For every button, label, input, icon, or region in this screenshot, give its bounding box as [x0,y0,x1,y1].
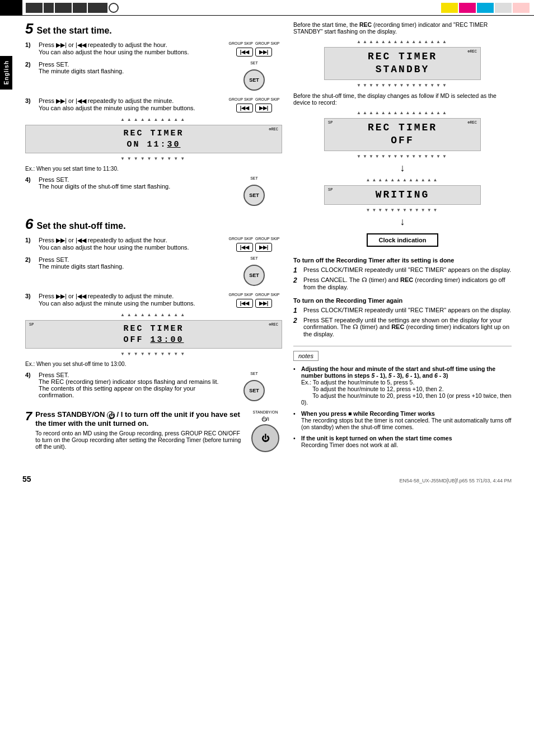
standby-label-top: STANDBY/ON [253,410,278,414]
skip-back-btn-1[interactable]: |◀◀ [236,48,253,57]
note1-content: Adjusting the hour and minute of the sta… [301,365,512,406]
sidebar-language-label: English [0,56,12,90]
turn-on-step1: 1 Press CLOCK/TIMER repeatedly until "RE… [293,307,512,314]
stripe3 [55,3,72,13]
s6-step1-image: GROUP SKIP GROUP SKIP |◀◀ ▶▶| [226,237,282,252]
header-bar [0,0,534,16]
turn-off-step1-text: Press CLOCK/TIMER repeatedly until "REC … [303,266,511,274]
turn-on-step1-text: Press CLOCK/TIMER repeatedly until "REC … [303,307,511,314]
s5-step3-image: GROUP SKIP GROUP SKIP |◀◀ ▶▶| [226,97,282,112]
group-skip-label-6: GROUP SKIP [255,237,279,241]
lcd1-line2: ON 11:30 [30,139,277,151]
lcd1-line1: REC TIMER [30,128,277,139]
rec-indicator-1: ⊕REC [269,127,278,132]
right-intro-text2: Before the shut-off time, the display ch… [293,92,512,106]
arrow-down-2: ↓ [293,216,512,228]
note2-text: The recording stops but the timer is not… [301,417,511,430]
stripe1 [26,3,43,13]
s5-step3-desc: You can also adjust the minute using the… [39,105,195,111]
skip-fwd-btn-3[interactable]: ▶▶| [255,243,272,252]
main-content: 5 Set the start time. 1) Press ▶▶| or |◀… [0,16,534,463]
s5-step1-title: Press ▶▶| or |◀◀ repeatedly to adjust th… [39,41,189,49]
sp-indicator: SP [29,322,34,327]
lcd2-display: ⊕REC SP REC TIMER OFF 13:00 [25,320,282,349]
group-skip-label-8: GROUP SKIP [255,293,279,297]
set-button-4[interactable]: SET [243,380,265,401]
display-standby-line2: STANDBY [329,63,476,76]
power-slash: I [121,410,123,419]
note1-text: Ex.: To adjust the hour/minute to 5, pre… [301,379,512,406]
section7-image: STANDBY/ON ⏻/I ⏻ [249,410,282,452]
standby-power-symbol: ⏻/I [261,416,269,422]
section6-step1-row: 1) Press ▶▶| or |◀◀ repeatedly to adjust… [25,237,282,252]
s5-step1-content: Press ▶▶| or |◀◀ repeatedly to adjust th… [39,41,189,55]
section5-step2-row: 2) Press SET. The minute digits start fl… [25,61,282,93]
section5-ex-text: Ex.: When you set start time to 11:30. [25,166,282,172]
turn-on-step2: 2 Press SET repeatedly until the setting… [293,317,512,337]
s5-step3-content: Press ▶▶| or |◀◀ repeatedly to adjust th… [39,97,195,111]
skip-back-btn-4[interactable]: |◀◀ [236,299,253,308]
section7-desc: To record onto an MD using the Group rec… [35,430,243,450]
section7: 7 Press STANDBY/ON ⏻ / I to turn off the… [25,410,282,452]
skip-fwd-btn-1[interactable]: ▶▶| [255,48,272,57]
display-off: ⊕REC SP REC TIMER OFF [324,118,481,151]
display-standby-section: ▲▲▲▲▲▲▲▲▲▲▲▲▲▲▲ ⊕REC REC TIMER STANDBY ▼… [324,39,481,88]
section5-step1-text: 1) Press ▶▶| or |◀◀ repeatedly to adjust… [25,41,221,57]
display-writing: SP WRITING [324,185,481,205]
stripe2 [44,3,54,13]
s5-step2-desc: The minute digits start flashing. [39,68,124,74]
lcd2-arrows-bottom: ▼▼▼▼▼▼▼▼▼▼ [25,351,282,356]
section5-number: 5 [25,21,33,36]
skip-fwd-btn-2[interactable]: ▶▶| [255,104,272,112]
display-off-bottom-arrows: ▼▼▼▼▼▼▼▼▼▼▼▼▼▼▼ [324,154,481,159]
group-skip-label-1: GROUP SKIP [229,41,253,45]
s5-step2-image: SET SET [226,61,282,93]
section6-step4-row: 4) Press SET. The REC (recording timer) … [25,372,282,403]
s6-step1-buttons: |◀◀ ▶▶| [226,243,282,252]
display-writing-bottom-arrows: ▼▼▼▼▼▼▼▼▼▼▼▼ [324,208,481,213]
turn-off-step2-num: 2 [293,276,301,290]
turn-on-step2-num: 2 [293,317,301,337]
section5-title: Set the start time. [36,26,111,36]
stripe5 [88,3,107,13]
note-item-3: • If the unit is kept turned on when the… [293,435,512,448]
section7-row: 7 Press STANDBY/ON ⏻ / I to turn off the… [25,410,282,452]
power-icon: ⏻ [107,411,115,419]
s5-step2-content: Press SET. The minute digits start flash… [39,61,124,74]
s6-step4-image: SET SET [226,372,282,403]
set-button-2[interactable]: SET [243,185,265,206]
lcd1-arrows-top: ▲▲▲▲▲▲▲▲▲▲ [25,117,282,122]
turn-on-title: To turn on the Recording Timer again [293,297,512,304]
turn-on-step2-text: Press SET repeatedly until the settings … [303,317,512,337]
s6-step4-content: Press SET. The REC (recording timer) ind… [39,372,221,398]
s6-step3-desc: You can also adjust the minute using the… [39,300,195,307]
turn-off-step1: 1 Press CLOCK/TIMER repeatedly until "RE… [293,266,512,274]
s5-step4-num: 4) [25,176,35,190]
rec-indicator-2: ⊕REC [269,322,278,327]
skip-back-btn-3[interactable]: |◀◀ [236,243,253,252]
set-button-1[interactable]: SET [243,69,265,91]
turn-off-title: To turn off the Recording Timer after it… [293,257,512,264]
section5-step4-text: 4) Press SET. The hour digits of the shu… [25,176,221,208]
s6-step3-title: Press ▶▶| or |◀◀ repeatedly to adjust th… [39,293,195,300]
standby-on-button[interactable]: ⏻ [251,424,279,452]
s6-step2-title: Press SET. [39,256,124,263]
header-color-blocks [437,0,534,15]
skip-fwd-btn-4[interactable]: ▶▶| [255,299,272,308]
section6-ex-text: Ex.: When you set shut-off time to 13:00… [25,361,282,367]
section7-content: Press STANDBY/ON ⏻ / I to turn off the u… [35,410,243,450]
footer: 55 EN54-58_UX-J55MD[UB]f.p65 55 7/1/03, … [0,469,534,489]
note2-content: When you press ■ while Recording Timer w… [301,410,512,430]
skip-back-btn-2[interactable]: |◀◀ [236,104,253,112]
display-writing-line1: WRITING [329,189,476,201]
s5-step4-desc: The hour digits of the shut-off time sta… [39,183,170,190]
set-button-3[interactable]: SET [243,265,265,286]
s6-step1-title: Press ▶▶| or |◀◀ repeatedly to adjust th… [39,237,189,244]
display-standby-line1: REC TIMER [329,50,476,63]
color-light [495,3,512,13]
turn-off-step2: 2 Press CANCEL. The ☊ (timer) and REC (r… [293,276,512,290]
notes-section: notes • Adjusting the hour and minute of… [293,346,512,448]
s5-step1-buttons: |◀◀ ▶▶| [226,48,282,57]
section7-text: 7 Press STANDBY/ON ⏻ / I to turn off the… [25,410,243,452]
section6-header: 6 Set the shut-off time. [25,217,282,231]
